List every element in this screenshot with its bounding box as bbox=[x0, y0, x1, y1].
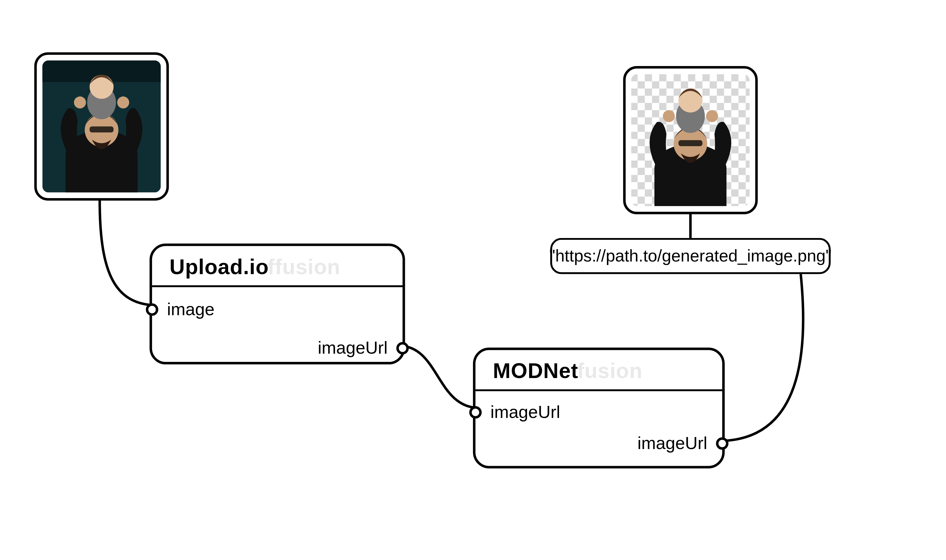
node-modnet-title-text: MODNet bbox=[493, 358, 578, 382]
node-upload[interactable]: Upload.ioffusion image imageUrl bbox=[149, 244, 405, 365]
node-modnet[interactable]: MODNetfusion imageUrl imageUrl bbox=[473, 348, 725, 468]
node-modnet-title-ghost: fusion bbox=[577, 358, 643, 382]
svg-point-15 bbox=[678, 89, 703, 113]
output-image bbox=[631, 74, 750, 206]
input-image bbox=[42, 60, 160, 192]
port-upload-output-label: imageUrl bbox=[315, 338, 390, 358]
svg-rect-13 bbox=[678, 140, 703, 146]
node-upload-title-ghost: ffusion bbox=[268, 255, 340, 278]
port-upload-input[interactable]: image bbox=[146, 300, 217, 320]
node-modnet-title: MODNetfusion bbox=[475, 350, 722, 391]
port-upload-output[interactable]: imageUrl bbox=[315, 338, 409, 358]
port-dot-icon bbox=[396, 342, 409, 354]
port-dot-icon bbox=[146, 303, 158, 316]
port-upload-input-label: image bbox=[165, 300, 217, 320]
port-dot-icon bbox=[716, 437, 729, 450]
port-modnet-input-label: imageUrl bbox=[488, 402, 563, 422]
output-image-frame bbox=[623, 66, 758, 214]
port-dot-icon bbox=[469, 406, 482, 418]
port-modnet-output-label: imageUrl bbox=[635, 434, 710, 454]
output-url-box: "https://path.to/generated_image.png" bbox=[550, 238, 830, 274]
node-upload-title: Upload.ioffusion bbox=[152, 246, 402, 287]
svg-point-7 bbox=[117, 97, 129, 109]
svg-rect-3 bbox=[89, 126, 114, 132]
port-modnet-input[interactable]: imageUrl bbox=[469, 402, 562, 422]
svg-point-16 bbox=[663, 110, 675, 122]
node-upload-title-text: Upload.io bbox=[169, 255, 269, 278]
input-image-frame bbox=[34, 52, 169, 200]
output-url-text: "https://path.to/generated_image.png" bbox=[549, 246, 832, 266]
svg-point-6 bbox=[74, 97, 86, 109]
svg-point-17 bbox=[706, 110, 718, 122]
port-modnet-output[interactable]: imageUrl bbox=[635, 434, 729, 454]
svg-point-5 bbox=[89, 75, 114, 99]
